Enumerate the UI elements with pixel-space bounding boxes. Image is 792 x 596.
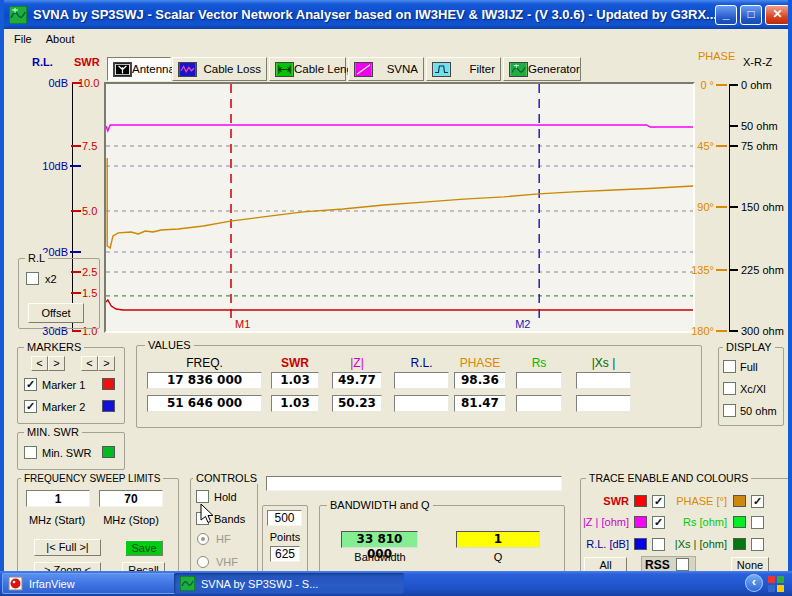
value-freq-m1: 17 836 000 — [147, 372, 262, 389]
trace-phase-checkbox[interactable]: ✓ — [751, 495, 764, 508]
points-bottom-value[interactable]: 625 — [270, 546, 300, 562]
marker1-color-swatch[interactable] — [102, 378, 115, 390]
toolbar-button-filter[interactable]: Filter — [426, 57, 501, 81]
tray-icon[interactable] — [767, 575, 785, 593]
values-header-xs: |Xs | — [576, 356, 631, 370]
toolbar-button-cable-loss[interactable]: Cable Loss — [172, 57, 267, 81]
full-span-button[interactable]: |< Full >| — [34, 539, 101, 556]
toolbar-button-generator[interactable]: Generator — [503, 57, 581, 81]
command-input[interactable] — [266, 476, 562, 491]
offset-button[interactable]: Offset — [28, 303, 84, 323]
marker2-checkbox[interactable]: ✓ — [24, 400, 37, 413]
zoom-button[interactable]: > Zoom < — [34, 562, 101, 571]
display-full-checkbox[interactable] — [723, 360, 736, 373]
trace-none-button[interactable]: None — [731, 557, 769, 571]
sweep-start-input[interactable] — [26, 490, 90, 507]
save-button[interactable]: Save — [125, 540, 163, 556]
points-label: Points — [263, 531, 307, 543]
display-full-label: Full — [740, 361, 758, 373]
trace-xs-checkbox[interactable] — [751, 538, 764, 551]
display-xcxl-label: Xc/Xl — [740, 383, 766, 395]
svna-icon — [354, 62, 373, 77]
sweep-stop-input[interactable] — [99, 490, 163, 507]
marker2-step-left-button[interactable]: < — [81, 356, 98, 371]
trace-rl-swatch[interactable] — [634, 538, 647, 550]
taskbar-item-label: SVNA by SP3SWJ - S... — [201, 578, 318, 590]
points-top-value[interactable]: 500 — [267, 510, 302, 526]
maximize-button[interactable]: □ — [740, 5, 762, 25]
display-50ohm-checkbox[interactable] — [723, 404, 736, 417]
toolbar-button-svna[interactable]: SVNA — [348, 57, 424, 81]
z-tick-label: 150 ohm — [741, 201, 784, 213]
antenna-icon — [113, 62, 132, 77]
values-header-freq: FREQ. — [147, 356, 262, 370]
close-button[interactable]: ✕ — [765, 5, 790, 25]
marker2-step-right-button[interactable]: > — [98, 356, 115, 371]
min-swr-color-swatch[interactable] — [102, 446, 115, 458]
hf-radio[interactable] — [197, 533, 209, 545]
trace-phase-swatch[interactable] — [733, 495, 746, 507]
menu-about[interactable]: About — [46, 33, 75, 45]
tray-chevron-button[interactable]: ‹ — [745, 574, 763, 592]
menu-file[interactable]: File — [14, 33, 32, 45]
taskbar-item-irfanview[interactable]: IrfanView — [2, 573, 180, 594]
phase-tick-label: 180° — [676, 325, 714, 337]
toolbar-button-antenna[interactable]: Antenna — [107, 57, 171, 81]
markers-group-title: MARKERS — [24, 342, 84, 353]
values-header-rs: Rs — [516, 356, 562, 370]
toolbar-label: Generator — [528, 63, 580, 75]
value-rl-m1 — [394, 372, 449, 389]
trace-rl-checkbox[interactable] — [652, 538, 665, 551]
phase-tick — [716, 84, 727, 86]
rl-tick — [70, 251, 81, 253]
trace-swr — [106, 300, 693, 310]
q-label: Q — [484, 551, 512, 563]
min-swr-checkbox[interactable] — [24, 446, 37, 459]
trace-swr-swatch[interactable] — [634, 495, 647, 507]
marker1-step-left-button[interactable]: < — [31, 356, 48, 371]
z-tick-label: 225 ohm — [741, 264, 784, 276]
display-xcxl-checkbox[interactable] — [723, 382, 736, 395]
rl-x2-checkbox[interactable] — [26, 272, 39, 285]
hf-label: HF — [216, 533, 231, 545]
menu-bar: File About — [4, 29, 792, 48]
left-axis-swr-header: SWR — [74, 56, 100, 68]
recall-button[interactable]: Recall — [122, 562, 165, 571]
trace-rl-label: R.L. [dB] — [571, 538, 629, 550]
phase-tick — [716, 330, 727, 332]
minimize-button[interactable]: _ — [715, 5, 737, 25]
trace-phase-label: PHASE [°] — [669, 495, 727, 507]
z-tick — [729, 84, 738, 86]
chart-plot-area[interactable]: M1M2 — [104, 82, 695, 333]
app-icon — [9, 6, 27, 24]
values-header-phase: PHASE — [454, 356, 506, 370]
values-header-z: |Z| — [332, 356, 382, 370]
trace-rs-swatch[interactable] — [733, 516, 746, 528]
trace-swr-checkbox[interactable]: ✓ — [652, 495, 665, 508]
marker1-step-right-button[interactable]: > — [48, 356, 65, 371]
rl-offset-group-title: R.L — [25, 253, 48, 264]
trace-xs-swatch[interactable] — [733, 538, 746, 550]
display-group-title: DISPLAY — [723, 342, 775, 353]
toolbar-button-cable-length[interactable]: Cable Length — [269, 57, 346, 81]
value-xs-m1 — [576, 372, 631, 389]
marker1-checkbox[interactable]: ✓ — [24, 378, 37, 391]
marker2-color-swatch[interactable] — [102, 400, 115, 412]
taskbar-item-svna[interactable]: SVNA by SP3SWJ - S... — [174, 573, 404, 594]
trace-z-checkbox[interactable]: ✓ — [652, 516, 665, 529]
bands-label: Bands — [214, 513, 245, 525]
bandwidth-value: 33 810 000 — [341, 531, 418, 548]
hold-checkbox[interactable] — [196, 490, 209, 503]
z-tick-label: 300 ohm — [741, 325, 784, 337]
generator-icon — [509, 62, 528, 77]
trace-z-swatch[interactable] — [634, 516, 647, 528]
mouse-cursor — [200, 503, 214, 524]
trace-rs-checkbox[interactable] — [751, 516, 764, 529]
left-axis-rl-header: R.L. — [32, 56, 53, 68]
toolbar-label: Cable Loss — [203, 63, 261, 75]
marker1-label: Marker 1 — [42, 379, 85, 391]
rss-checkbox[interactable] — [676, 558, 689, 571]
trace-all-button[interactable]: All — [584, 557, 627, 571]
svna-taskbar-icon — [180, 576, 195, 591]
vhf-radio[interactable] — [197, 556, 209, 568]
